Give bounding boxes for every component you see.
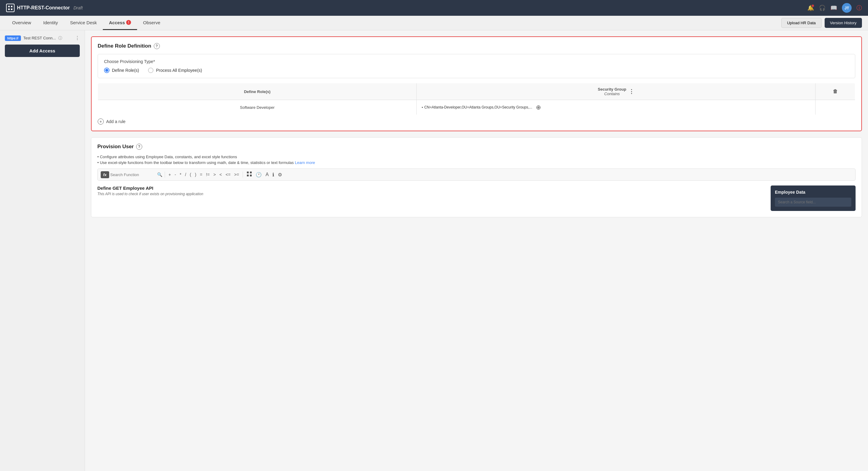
top-bar-right: 🔔 🎧 📖 JT ⓘ bbox=[807, 3, 862, 13]
toolbar-op-equals[interactable]: = bbox=[199, 172, 204, 178]
svg-rect-1 bbox=[11, 6, 12, 7]
radio-define-roles[interactable]: Define Role(s) bbox=[104, 68, 139, 73]
define-role-title: Define Role Definition ? bbox=[98, 43, 855, 49]
app-logo: HTTP-REST-Connector bbox=[6, 4, 70, 12]
svg-rect-6 bbox=[247, 175, 249, 176]
notification-button[interactable]: 🔔 bbox=[807, 5, 814, 11]
employee-data-search[interactable] bbox=[775, 198, 851, 207]
define-role-help-icon[interactable]: ? bbox=[154, 43, 160, 49]
bullet-icon: • bbox=[422, 105, 423, 110]
define-api-subtitle: This API is used to check if user exists… bbox=[97, 192, 765, 196]
row-delete-cell bbox=[815, 100, 855, 115]
main-content: Define Role Definition ? Choose Provisio… bbox=[85, 30, 868, 471]
define-api-title: Define GET Employee API bbox=[97, 186, 765, 191]
svg-rect-2 bbox=[8, 8, 10, 10]
add-access-button[interactable]: Add Access bbox=[5, 44, 80, 57]
svg-rect-7 bbox=[250, 175, 252, 176]
tab-observe[interactable]: Observe bbox=[137, 16, 166, 30]
col-header-role: Define Role(s) bbox=[98, 83, 417, 100]
radio-define-roles-circle bbox=[104, 68, 110, 73]
secondary-nav: Overview Identity Service Desk Access ! … bbox=[0, 16, 868, 30]
toolbar-clock-icon[interactable]: 🕐 bbox=[254, 171, 263, 178]
formula-toolbar: fx 🔍 + - * / ( ) = != > < <= >= bbox=[97, 169, 856, 181]
support-button[interactable]: 🎧 bbox=[819, 5, 826, 11]
table-delete-header-icon[interactable]: 🗑 bbox=[833, 89, 838, 94]
toolbar-op-close-paren[interactable]: ) bbox=[193, 172, 197, 178]
add-rule-row[interactable]: + Add a rule bbox=[98, 119, 855, 125]
provision-user-help-icon[interactable]: ? bbox=[136, 144, 142, 150]
connection-more-icon[interactable]: ⋮ bbox=[75, 35, 80, 41]
employee-data-title: Employee Data bbox=[775, 190, 851, 195]
connection-info-icon[interactable]: ⓘ bbox=[58, 35, 62, 41]
sidebar: https:// Test REST Conn... ⓘ ⋮ Add Acces… bbox=[0, 30, 85, 471]
app-status: Draft bbox=[73, 5, 83, 10]
svg-rect-4 bbox=[247, 172, 249, 173]
radio-process-all[interactable]: Process All Employee(s) bbox=[148, 68, 202, 73]
toolbar-settings-icon[interactable]: ⚙ bbox=[277, 171, 283, 178]
define-api-section: Define GET Employee API This API is used… bbox=[97, 186, 856, 211]
fx-badge[interactable]: fx bbox=[101, 171, 109, 178]
col-header-delete: 🗑 bbox=[815, 83, 855, 100]
toolbar-font-icon[interactable]: A bbox=[264, 171, 270, 178]
toolbar-op-minus[interactable]: - bbox=[174, 172, 178, 178]
define-role-section: Define Role Definition ? Choose Provisio… bbox=[91, 36, 862, 131]
connection-badge: https:// bbox=[5, 35, 21, 41]
top-bar-left: HTTP-REST-Connector Draft bbox=[6, 4, 83, 12]
tab-access[interactable]: Access ! bbox=[103, 16, 137, 30]
toolbar-info-icon[interactable]: ℹ bbox=[271, 171, 275, 178]
toolbar-op-multiply[interactable]: * bbox=[178, 172, 182, 178]
logo-icon bbox=[6, 4, 14, 12]
tab-identity[interactable]: Identity bbox=[37, 16, 64, 30]
main-layout: https:// Test REST Conn... ⓘ ⋮ Add Acces… bbox=[0, 30, 868, 471]
provisioning-type-label: Choose Provisioning Type* bbox=[104, 59, 849, 64]
provisioning-type-section: Choose Provisioning Type* Define Role(s)… bbox=[98, 54, 855, 78]
toolbar-op-open-paren[interactable]: ( bbox=[189, 172, 193, 178]
learn-more-link[interactable]: Learn more bbox=[295, 160, 315, 165]
toolbar-op-gte[interactable]: >= bbox=[233, 172, 240, 178]
table-row: Software Developer • CN=Atlanta-Develope… bbox=[98, 100, 855, 115]
radio-group: Define Role(s) Process All Employee(s) bbox=[104, 68, 849, 73]
provision-note-2: Use excel-style functions from the toolb… bbox=[97, 160, 856, 165]
add-security-icon[interactable]: ⊕ bbox=[536, 104, 541, 111]
provision-notes: Configure attributes using Employee Data… bbox=[97, 155, 856, 165]
toolbar-separator-2 bbox=[243, 172, 243, 178]
toolbar-op-greater[interactable]: > bbox=[212, 172, 217, 178]
toolbar-op-not-equals[interactable]: != bbox=[205, 172, 211, 178]
provision-note-1: Configure attributes using Employee Data… bbox=[97, 155, 856, 159]
col-header-security: Security Group Contains ⋮ bbox=[417, 83, 815, 100]
nav-action-buttons: Upload HR Data Version History bbox=[781, 18, 862, 28]
role-cell: Software Developer bbox=[98, 100, 417, 115]
docs-button[interactable]: 📖 bbox=[830, 5, 837, 11]
toolbar-separator-1 bbox=[165, 172, 165, 178]
security-cell: • CN=Atlanta-Developer,OU=Atlanta Groups… bbox=[417, 100, 815, 115]
tab-overview[interactable]: Overview bbox=[6, 16, 37, 30]
version-history-button[interactable]: Version History bbox=[825, 18, 862, 28]
security-col-menu[interactable]: ⋮ bbox=[629, 88, 634, 95]
tab-service-desk[interactable]: Service Desk bbox=[64, 16, 103, 30]
toolbar-op-less[interactable]: < bbox=[218, 172, 223, 178]
alert-icon[interactable]: ⓘ bbox=[857, 4, 862, 11]
employee-data-panel: Employee Data bbox=[771, 186, 856, 211]
define-api-left: Define GET Employee API This API is used… bbox=[97, 186, 765, 196]
toolbar-op-lte[interactable]: <= bbox=[224, 172, 232, 178]
add-rule-label: Add a rule bbox=[106, 119, 126, 124]
app-title: HTTP-REST-Connector bbox=[17, 5, 70, 11]
radio-process-all-circle bbox=[148, 68, 153, 73]
top-bar: HTTP-REST-Connector Draft 🔔 🎧 📖 JT ⓘ bbox=[0, 0, 868, 16]
svg-rect-5 bbox=[250, 172, 252, 173]
avatar[interactable]: JT bbox=[842, 3, 851, 13]
provision-user-title: Provision User ? bbox=[97, 144, 856, 150]
provision-user-section: Provision User ? Configure attributes us… bbox=[91, 137, 862, 217]
role-table: Define Role(s) Security Group Contains ⋮ bbox=[98, 83, 855, 115]
nav-tabs: Overview Identity Service Desk Access ! … bbox=[6, 16, 166, 30]
search-function-icon[interactable]: 🔍 bbox=[157, 172, 162, 177]
connection-name: Test REST Conn... bbox=[23, 36, 56, 40]
toolbar-op-divide[interactable]: / bbox=[184, 172, 187, 178]
toolbar-grid-icon[interactable] bbox=[245, 171, 253, 178]
access-alert-badge: ! bbox=[126, 20, 131, 25]
search-function-input[interactable] bbox=[111, 172, 156, 177]
toolbar-op-plus[interactable]: + bbox=[167, 172, 172, 178]
sidebar-connection-info: https:// Test REST Conn... ⓘ ⋮ bbox=[5, 35, 80, 41]
upload-hr-button[interactable]: Upload HR Data bbox=[781, 18, 822, 28]
add-rule-icon: + bbox=[98, 119, 104, 125]
